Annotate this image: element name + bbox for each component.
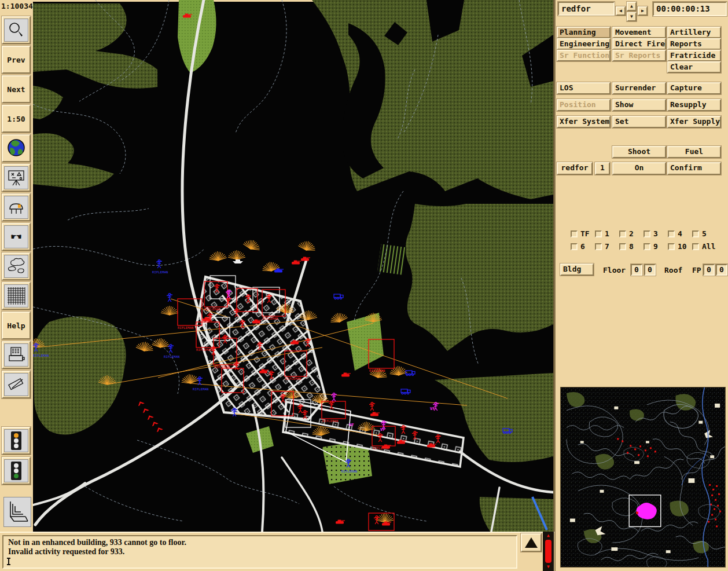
- planning-menu-button[interactable]: Planning: [557, 27, 611, 38]
- bldg-button[interactable]: Bldg: [560, 263, 594, 276]
- faction-input[interactable]: redfor: [558, 2, 615, 16]
- checkbox-5[interactable]: 5: [692, 229, 707, 238]
- print-button[interactable]: [2, 341, 31, 369]
- sr-reports-menu-button[interactable]: Sr Reports: [612, 50, 666, 61]
- checkbox-6[interactable]: 6: [571, 242, 585, 251]
- xfer-system-button[interactable]: Xfer System: [557, 116, 611, 128]
- surrender-button[interactable]: Surrender: [612, 82, 666, 94]
- svg-text:VF: VF: [430, 407, 435, 411]
- unit-number-button[interactable]: 1: [595, 162, 610, 175]
- minimap-frame: [554, 381, 728, 571]
- text-caret: [8, 558, 9, 565]
- capture-button[interactable]: Capture: [667, 82, 721, 94]
- los-button[interactable]: LOS: [557, 82, 611, 94]
- scroll-right-button[interactable]: ▶: [638, 6, 648, 16]
- up-triangle-icon: [525, 537, 538, 548]
- show-button[interactable]: Show: [612, 99, 666, 111]
- position-button[interactable]: Position: [557, 99, 611, 111]
- minimap[interactable]: [560, 387, 726, 568]
- checkbox-1[interactable]: 1: [595, 229, 609, 238]
- control-panel: redfor ▲ ◀ ▼ ▶ 00:00:00:13 Planning Move…: [554, 0, 728, 382]
- checkbox-3[interactable]: 3: [644, 229, 658, 238]
- measure-button[interactable]: [2, 371, 31, 398]
- map-scale-label: 1:10034: [1, 2, 33, 10]
- layers-button[interactable]: [3, 497, 31, 527]
- fp-value-2[interactable]: 0: [716, 264, 727, 276]
- scrollbar-up-arrow-icon[interactable]: ▲: [543, 533, 554, 538]
- sr-functions-menu-button[interactable]: Sr Functions: [557, 50, 611, 61]
- zoom-tool-button[interactable]: [2, 16, 31, 44]
- traffic-go-button[interactable]: [2, 457, 31, 485]
- svg-text:RIFLEMAN: RIFLEMAN: [285, 377, 302, 380]
- floor-value-2[interactable]: 0: [644, 264, 656, 276]
- direct-fire-menu-button[interactable]: Direct Fire: [612, 38, 666, 50]
- message-bar: Not in an enhanced building, 933 cannot …: [0, 532, 554, 571]
- engineering-menu-button[interactable]: Engineering: [557, 38, 611, 50]
- svg-text:RIFLEMAN: RIFLEMAN: [196, 348, 212, 352]
- left-toolbar: 1:10034 Prev Next 1:50 ☛☚: [0, 0, 33, 532]
- scroll-left-button[interactable]: ◀: [616, 6, 626, 16]
- message-scroll-up-button[interactable]: [521, 533, 542, 552]
- svg-text:RIFLEMAN: RIFLEMAN: [164, 355, 180, 358]
- help-button[interactable]: Help: [2, 312, 31, 339]
- measure-ruler-icon: [4, 373, 28, 396]
- checkbox-4[interactable]: 4: [668, 229, 682, 238]
- checkbox-10[interactable]: 10: [668, 242, 687, 251]
- svg-text:RIFLEMAN: RIFLEMAN: [341, 470, 358, 473]
- xfer-supply-button[interactable]: Xfer Supply: [667, 116, 721, 128]
- scrollbar-down-arrow-icon[interactable]: ▼: [543, 565, 554, 569]
- globe-view-button[interactable]: [2, 134, 31, 162]
- engagement-button[interactable]: ☛☚: [2, 223, 31, 251]
- smoke-button[interactable]: [2, 252, 31, 280]
- fp-label: FP: [692, 266, 701, 274]
- floor-label: Floor: [603, 266, 626, 274]
- shoot-button[interactable]: Shoot: [612, 146, 666, 158]
- planning-board-icon: [4, 166, 28, 189]
- grid-button[interactable]: [2, 282, 31, 310]
- vehicle-button[interactable]: [2, 193, 31, 221]
- prev-button[interactable]: Prev: [2, 46, 31, 74]
- svg-text:RIFLEMAN: RIFLEMAN: [152, 270, 168, 274]
- planning-board-button[interactable]: [2, 164, 31, 192]
- fp-value-1[interactable]: 0: [703, 264, 715, 276]
- message-scrollbar[interactable]: ▲ ▼: [543, 532, 554, 571]
- smoke-clouds-icon: [4, 255, 28, 278]
- floor-value-1[interactable]: 0: [631, 264, 642, 276]
- traffic-stop-button[interactable]: [2, 427, 31, 455]
- minimap-red-dot: [636, 512, 638, 514]
- printer-icon: [4, 343, 28, 367]
- confirm-button[interactable]: Confirm: [667, 162, 721, 175]
- scrollbar-thumb[interactable]: [545, 540, 551, 563]
- checkbox-8[interactable]: 8: [619, 242, 634, 251]
- faction-select-button[interactable]: redfor: [557, 162, 593, 175]
- set-button[interactable]: Set: [612, 116, 666, 128]
- svg-text:RIFLEMAN: RIFLEMAN: [204, 308, 220, 311]
- artillery-menu-button[interactable]: Artillery: [667, 27, 721, 38]
- fratricide-menu-button[interactable]: Fratricide: [667, 50, 721, 61]
- message-log[interactable]: Not in an enhanced building, 933 cannot …: [2, 535, 517, 569]
- engagement-hands-icon: ☛☚: [4, 225, 28, 248]
- next-button[interactable]: Next: [2, 75, 31, 103]
- message-line: Invalid activity requested for 933.: [8, 547, 512, 557]
- traffic-light-go-icon: [4, 459, 28, 482]
- resupply-button[interactable]: Resupply: [667, 99, 721, 111]
- fuel-button[interactable]: Fuel: [667, 146, 721, 158]
- tactical-map[interactable]: RIFLEMANRIFLEMAN RIFLEMANRIFLEMAN RIFLEM…: [33, 0, 553, 532]
- clear-menu-button[interactable]: Clear: [667, 61, 721, 73]
- checkbox-all[interactable]: All: [692, 242, 715, 251]
- on-button[interactable]: On: [612, 162, 666, 175]
- checkbox-7[interactable]: 7: [595, 242, 609, 251]
- scroll-up-button[interactable]: ▲: [627, 2, 637, 11]
- reports-menu-button[interactable]: Reports: [667, 38, 721, 50]
- movement-menu-button[interactable]: Movement: [612, 27, 666, 38]
- scale-1-50-button[interactable]: 1:50: [2, 105, 31, 133]
- checkbox-tf[interactable]: TF: [571, 229, 590, 238]
- svg-text:RIFLEMAN: RIFLEMAN: [33, 354, 49, 357]
- checkbox-9[interactable]: 9: [644, 242, 658, 251]
- scroll-down-button[interactable]: ▼: [627, 12, 637, 21]
- globe-icon: [6, 137, 27, 160]
- roof-label: Roof: [664, 266, 682, 274]
- checkbox-2[interactable]: 2: [619, 229, 634, 238]
- layers-icon: [3, 497, 31, 527]
- magnifier-icon: [4, 19, 28, 42]
